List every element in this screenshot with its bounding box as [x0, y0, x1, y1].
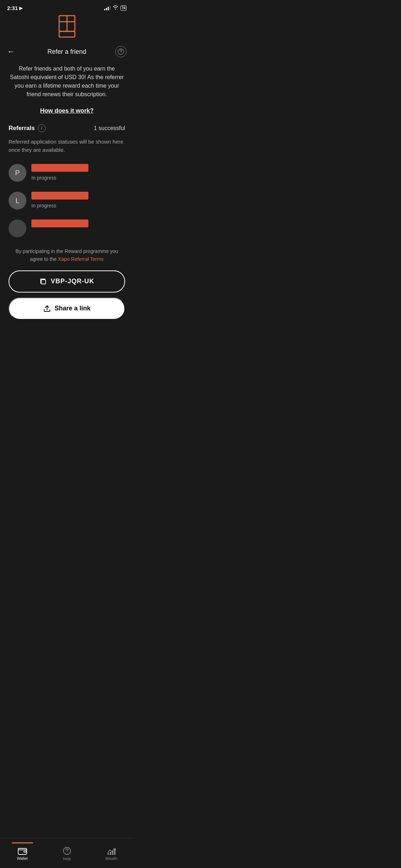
svg-rect-3 [59, 31, 75, 37]
terms-link[interactable]: Xapo Referral Terms [58, 256, 104, 262]
status-time: 2:31 ▶ [7, 5, 22, 11]
signal-bar-4 [109, 6, 110, 10]
share-label: Share a link [55, 305, 91, 312]
referral-info-blank [31, 219, 125, 230]
progress-label-l: In progress [31, 203, 56, 208]
avatar-l: L [9, 192, 26, 210]
referrals-header: Referrals i 1 successful [9, 124, 125, 132]
battery-indicator: 74 [120, 5, 127, 11]
svg-point-5 [120, 53, 121, 54]
page-title: Refer a friend [47, 48, 86, 56]
how-it-works-link[interactable]: How does it work? [9, 107, 125, 114]
name-redacted-bar [31, 164, 88, 172]
referral-info-l: In progress [31, 192, 125, 209]
referral-item: P In progress [9, 164, 125, 182]
name-redacted-bar-2 [31, 192, 88, 200]
status-icons: 74 [104, 5, 127, 11]
referral-item-3 [9, 219, 125, 237]
referrals-label: Referrals [9, 125, 35, 132]
app-logo [53, 14, 81, 42]
location-icon: ▶ [19, 6, 22, 11]
signal-bar-1 [104, 9, 105, 10]
main-content: Refer friends and both of you earn the S… [0, 64, 134, 320]
progress-label-p: In progress [31, 175, 56, 181]
referral-info-p: In progress [31, 164, 125, 181]
terms-text: By participating in the Reward programme… [9, 247, 125, 263]
description-text: Refer friends and both of you earn the S… [9, 64, 125, 99]
referrals-info-icon[interactable]: i [38, 124, 46, 132]
logo-area [0, 14, 134, 46]
share-link-button[interactable]: Share a link [9, 298, 125, 320]
page-header: ← Refer a friend [0, 46, 134, 64]
referral-code-text: VBP-JQR-UK [51, 278, 94, 285]
referral-code-button[interactable]: VBP-JQR-UK [9, 270, 125, 293]
time-display: 2:31 [7, 5, 18, 11]
avatar-p: P [9, 164, 26, 182]
wifi-icon [113, 5, 118, 11]
referral-item-2: L In progress [9, 192, 125, 210]
back-button[interactable]: ← [7, 47, 15, 56]
avatar-blank [9, 219, 26, 237]
signal-bars [104, 6, 110, 10]
name-redacted-bar-3 [31, 219, 88, 227]
share-icon [43, 305, 51, 312]
referrals-count: 1 successful [94, 125, 125, 131]
referrals-left: Referrals i [9, 124, 46, 132]
svg-rect-6 [41, 280, 46, 284]
signal-bar-3 [108, 7, 109, 10]
status-bar: 2:31 ▶ 74 [0, 0, 134, 14]
signal-bar-2 [106, 8, 107, 10]
status-note: Referred application statuses will be sh… [9, 138, 125, 154]
copy-icon [39, 278, 47, 285]
help-icon-button[interactable] [115, 46, 127, 57]
